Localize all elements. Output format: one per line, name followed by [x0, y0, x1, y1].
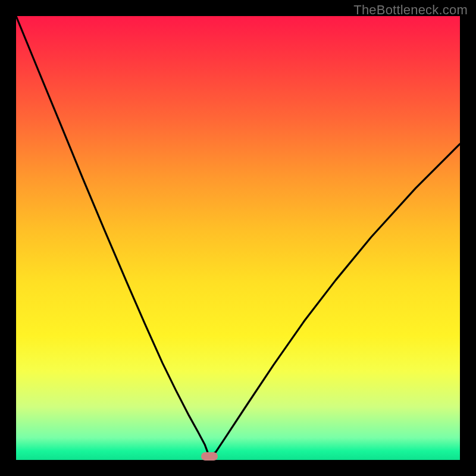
minimum-marker	[201, 452, 218, 461]
curve-layer	[16, 16, 460, 460]
plot-area	[16, 16, 460, 460]
bottleneck-curve	[16, 16, 460, 456]
chart-container: TheBottleneck.com	[0, 0, 476, 476]
